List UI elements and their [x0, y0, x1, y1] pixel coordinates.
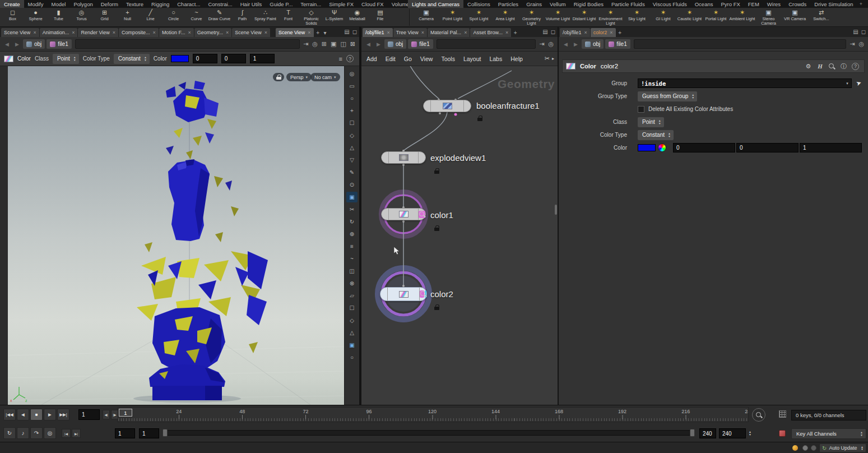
tab-close-icon[interactable]: × [153, 30, 156, 35]
network-menu-item[interactable]: Edit [386, 56, 396, 62]
step-forward-button[interactable]: ▶| [72, 429, 81, 438]
jump-to-start-button[interactable]: |◀◀ [3, 409, 16, 420]
tab-close-icon[interactable]: × [387, 30, 390, 35]
ladder-icon[interactable]: ≡ [339, 56, 342, 62]
node-input-flag[interactable] [382, 209, 389, 220]
shelf-tab[interactable]: Polygon [69, 0, 96, 8]
camera-lock-badge[interactable] [273, 73, 284, 81]
snap-grid-icon[interactable]: ⊞ [322, 40, 327, 48]
shelf-tab[interactable]: Constrai... [204, 0, 236, 8]
step-back-button[interactable]: |◀ [62, 429, 71, 438]
color-swatch[interactable] [638, 144, 656, 151]
radial-menu-icon[interactable]: ◎ [312, 40, 318, 48]
snip-wire-icon[interactable]: ✂ [545, 55, 550, 62]
breadcrumb-file1[interactable]: file1 [47, 39, 71, 49]
node-input-flag[interactable] [382, 152, 389, 163]
revert-tool-icon[interactable]: ↻ [346, 216, 358, 227]
nav-back-icon[interactable]: ◀ [3, 40, 11, 49]
range-start-field[interactable]: 1 [115, 428, 135, 438]
pane-tab[interactable]: Asset Brow... × [470, 28, 511, 37]
node-display-flag[interactable] [463, 100, 471, 112]
pin-pane-icon[interactable]: ⇥ [303, 40, 308, 48]
node-display-flag[interactable] [419, 288, 426, 301]
pane-stack-icon[interactable]: ▤ [542, 29, 547, 35]
view-menu-persp[interactable]: Persp▾ [286, 73, 312, 81]
scale-tool-icon[interactable]: ◇ [346, 130, 358, 141]
key-all-channels-button[interactable]: Key All Channels ▲▼ [791, 428, 866, 439]
help-icon[interactable]: ? [346, 55, 354, 62]
color-g-field[interactable]: 0 [736, 143, 799, 152]
color-type-dropdown[interactable]: Constant▲▼ [114, 54, 150, 64]
tab-close-icon[interactable]: × [464, 30, 467, 35]
shelf-tab[interactable]: Create [0, 0, 24, 8]
group-dropdown-icon[interactable]: ▾ [843, 81, 851, 86]
template-flag-chip[interactable] [419, 211, 425, 218]
nav-back-icon[interactable]: ◀ [561, 40, 570, 49]
tab-close-icon[interactable]: × [421, 30, 424, 35]
breadcrumb-file1[interactable]: file1 [605, 39, 630, 49]
display-options-icon[interactable]: ▣ [331, 40, 336, 48]
path-input[interactable] [634, 39, 846, 49]
shelf-tab[interactable]: Drive Simulation [810, 0, 857, 8]
loop-mode-icon[interactable]: ↻ [3, 427, 16, 439]
new-tab-icon[interactable]: + [512, 28, 519, 37]
pane-tab[interactable]: /obj/file1 × [560, 28, 590, 37]
render-region-tool-icon[interactable]: ▣ [346, 192, 358, 202]
view-tool-icon[interactable]: ◎ [346, 68, 358, 79]
menu-tool-icon[interactable]: ≡ [346, 241, 358, 252]
node-display-flag[interactable] [418, 209, 425, 220]
color-wheel-icon[interactable] [658, 144, 666, 152]
caret-right-icon[interactable]: ▸ [552, 56, 554, 61]
help-icon[interactable]: ? [852, 63, 859, 70]
handles-tool-icon[interactable]: + [346, 105, 358, 116]
delete-tool-icon[interactable]: ⊗ [346, 278, 358, 289]
move-tool-icon[interactable]: ○ [346, 93, 358, 104]
node-display-flag[interactable] [418, 152, 425, 163]
pane-tab[interactable]: Scene View × [276, 28, 314, 37]
shelf-tool-button[interactable]: ⊞ Grid [93, 8, 116, 27]
pane-tab[interactable]: color2 × [591, 28, 616, 37]
shelf-tool-button[interactable]: ○ Circle [162, 8, 185, 27]
pin-pane-icon[interactable]: ⇥ [539, 40, 544, 48]
playback-end-field[interactable]: 240 [699, 428, 716, 438]
shelf-tool-button[interactable]: ◇ Platonic Solids [300, 8, 323, 27]
current-frame-marker[interactable]: 1 [119, 409, 132, 417]
misc-tool-icon[interactable]: ○ [346, 352, 358, 363]
search-icon[interactable] [828, 63, 835, 70]
shelf-tool-button[interactable]: ✶ Geometry Light [518, 8, 545, 27]
set-key-icon[interactable] [779, 430, 786, 437]
pin-pane-icon[interactable]: ⇥ [850, 40, 855, 48]
path-input[interactable] [437, 39, 536, 49]
range-start-handle[interactable] [163, 429, 168, 437]
breadcrumb-obj[interactable]: obj [23, 39, 45, 49]
shelf-tool-button[interactable]: ✶ Portal Light [703, 8, 729, 27]
class-dropdown[interactable]: Point▲▼ [638, 117, 664, 127]
tab-menu-icon[interactable]: ▾ [322, 28, 329, 37]
shelf-tab[interactable]: Viscous Fluids [649, 0, 691, 8]
breadcrumb-obj[interactable]: obj [384, 39, 406, 49]
shelf-tab[interactable]: Lights and Cameras [408, 0, 463, 8]
shelf-tool-button[interactable]: ✶ Point Light [439, 8, 466, 27]
playback-start-field[interactable]: 1 [139, 428, 159, 438]
audio-icon[interactable]: ♪ [17, 427, 29, 439]
color-b-field[interactable]: 1 [800, 143, 862, 152]
spinner-icon[interactable]: ▲▼ [749, 431, 751, 436]
shelf-tool-button[interactable]: ✶ Environment Light [597, 8, 624, 27]
shelf-tool-button[interactable]: ▣ Camera [413, 8, 439, 27]
shelf-tab[interactable]: Pyro FX [717, 0, 744, 8]
playbar-zoom-button[interactable] [752, 408, 765, 422]
pane-tab[interactable]: /obj/file1 × [363, 28, 393, 37]
pane-stack-icon[interactable]: ▤ [344, 29, 349, 35]
node-color2[interactable] [380, 287, 427, 301]
shelf-tool-button[interactable]: ✶ Sky Light [624, 8, 650, 27]
shelf-tool-button[interactable]: ✶ Volume Light [545, 8, 571, 27]
color-b-field[interactable]: 1 [250, 54, 275, 63]
nav-back-icon[interactable]: ◀ [364, 40, 373, 49]
nav-forward-icon[interactable]: ▶ [13, 40, 21, 49]
pane-tab[interactable]: Scene View × [232, 28, 270, 37]
shelf-tab[interactable]: Vellum [546, 0, 570, 8]
jump-to-end-button[interactable]: ▶▶| [57, 409, 69, 420]
color-g-field[interactable]: 0 [221, 54, 246, 63]
range-end-field[interactable]: 240 [719, 428, 746, 438]
current-frame-field[interactable]: 1 [78, 409, 100, 420]
